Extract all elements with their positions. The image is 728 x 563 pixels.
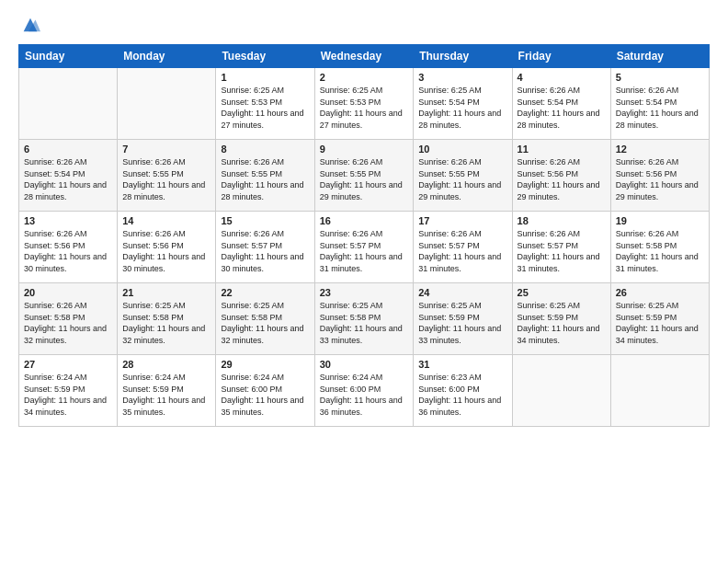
cell-info: Sunrise: 6:24 AMSunset: 5:59 PMDaylight:… <box>122 373 205 417</box>
calendar-cell: 12 Sunrise: 6:26 AMSunset: 5:56 PMDaylig… <box>610 140 709 212</box>
cell-info: Sunrise: 6:26 AMSunset: 5:56 PMDaylight:… <box>122 229 205 273</box>
weekday-header: Thursday <box>414 45 512 68</box>
calendar-cell: 10 Sunrise: 6:26 AMSunset: 5:55 PMDaylig… <box>414 140 512 212</box>
day-number: 28 <box>122 359 210 370</box>
calendar-cell: 11 Sunrise: 6:26 AMSunset: 5:56 PMDaylig… <box>512 140 610 212</box>
cell-info: Sunrise: 6:26 AMSunset: 5:55 PMDaylight:… <box>320 157 403 201</box>
day-number: 9 <box>320 144 409 155</box>
cell-info: Sunrise: 6:26 AMSunset: 5:58 PMDaylight:… <box>24 301 107 345</box>
cell-info: Sunrise: 6:26 AMSunset: 5:55 PMDaylight:… <box>221 157 303 201</box>
cell-info: Sunrise: 6:26 AMSunset: 5:54 PMDaylight:… <box>616 86 699 130</box>
day-number: 15 <box>221 215 309 226</box>
cell-info: Sunrise: 6:26 AMSunset: 5:56 PMDaylight:… <box>24 229 107 273</box>
day-number: 3 <box>418 72 506 83</box>
weekday-header: Friday <box>512 45 610 68</box>
calendar-header-row: SundayMondayTuesdayWednesdayThursdayFrid… <box>19 45 710 68</box>
calendar-cell: 25 Sunrise: 6:25 AMSunset: 5:59 PMDaylig… <box>512 283 610 355</box>
calendar-cell: 9 Sunrise: 6:26 AMSunset: 5:55 PMDayligh… <box>314 140 414 212</box>
cell-info: Sunrise: 6:26 AMSunset: 5:56 PMDaylight:… <box>616 157 699 201</box>
cell-info: Sunrise: 6:26 AMSunset: 5:54 PMDaylight:… <box>518 86 600 130</box>
logo-icon <box>20 15 40 35</box>
day-number: 29 <box>221 359 309 370</box>
day-number: 14 <box>122 215 210 226</box>
cell-info: Sunrise: 6:25 AMSunset: 5:53 PMDaylight:… <box>320 86 403 130</box>
calendar-cell: 4 Sunrise: 6:26 AMSunset: 5:54 PMDayligh… <box>512 68 610 140</box>
calendar-week-row: 20 Sunrise: 6:26 AMSunset: 5:58 PMDaylig… <box>19 283 710 355</box>
cell-info: Sunrise: 6:26 AMSunset: 5:55 PMDaylight:… <box>418 157 501 201</box>
cell-info: Sunrise: 6:25 AMSunset: 5:58 PMDaylight:… <box>221 301 303 345</box>
calendar-cell: 30 Sunrise: 6:24 AMSunset: 6:00 PMDaylig… <box>314 355 414 427</box>
day-number: 18 <box>518 215 606 226</box>
cell-info: Sunrise: 6:26 AMSunset: 5:57 PMDaylight:… <box>418 229 501 273</box>
day-number: 7 <box>122 144 210 155</box>
cell-info: Sunrise: 6:25 AMSunset: 5:59 PMDaylight:… <box>418 301 501 345</box>
day-number: 1 <box>221 72 309 83</box>
calendar-table: SundayMondayTuesdayWednesdayThursdayFrid… <box>18 44 710 427</box>
calendar-cell: 24 Sunrise: 6:25 AMSunset: 5:59 PMDaylig… <box>414 283 512 355</box>
calendar-cell: 31 Sunrise: 6:23 AMSunset: 6:00 PMDaylig… <box>414 355 512 427</box>
day-number: 24 <box>418 287 506 298</box>
calendar-cell: 8 Sunrise: 6:26 AMSunset: 5:55 PMDayligh… <box>216 140 314 212</box>
calendar-cell <box>19 68 118 140</box>
calendar-week-row: 27 Sunrise: 6:24 AMSunset: 5:59 PMDaylig… <box>19 355 710 427</box>
day-number: 6 <box>24 144 112 155</box>
day-number: 10 <box>418 144 506 155</box>
day-number: 20 <box>24 287 112 298</box>
weekday-header: Saturday <box>610 45 709 68</box>
calendar-cell: 19 Sunrise: 6:26 AMSunset: 5:58 PMDaylig… <box>610 212 709 283</box>
calendar-cell: 14 Sunrise: 6:26 AMSunset: 5:56 PMDaylig… <box>118 212 216 283</box>
calendar-cell: 17 Sunrise: 6:26 AMSunset: 5:57 PMDaylig… <box>414 212 512 283</box>
calendar-cell: 20 Sunrise: 6:26 AMSunset: 5:58 PMDaylig… <box>19 283 118 355</box>
day-number: 11 <box>518 144 606 155</box>
cell-info: Sunrise: 6:26 AMSunset: 5:57 PMDaylight:… <box>221 229 303 273</box>
cell-info: Sunrise: 6:25 AMSunset: 5:58 PMDaylight:… <box>122 301 205 345</box>
calendar-cell: 22 Sunrise: 6:25 AMSunset: 5:58 PMDaylig… <box>216 283 314 355</box>
day-number: 4 <box>518 72 606 83</box>
cell-info: Sunrise: 6:26 AMSunset: 5:56 PMDaylight:… <box>518 157 600 201</box>
cell-info: Sunrise: 6:26 AMSunset: 5:54 PMDaylight:… <box>24 157 107 201</box>
weekday-header: Monday <box>118 45 216 68</box>
calendar-cell: 26 Sunrise: 6:25 AMSunset: 5:59 PMDaylig… <box>610 283 709 355</box>
cell-info: Sunrise: 6:25 AMSunset: 5:53 PMDaylight:… <box>221 86 303 130</box>
calendar-cell: 6 Sunrise: 6:26 AMSunset: 5:54 PMDayligh… <box>19 140 118 212</box>
page-header <box>18 15 710 35</box>
cell-info: Sunrise: 6:24 AMSunset: 6:00 PMDaylight:… <box>320 373 403 417</box>
day-number: 22 <box>221 287 309 298</box>
calendar-cell: 15 Sunrise: 6:26 AMSunset: 5:57 PMDaylig… <box>216 212 314 283</box>
calendar-cell: 13 Sunrise: 6:26 AMSunset: 5:56 PMDaylig… <box>19 212 118 283</box>
calendar-cell <box>118 68 216 140</box>
day-number: 2 <box>320 72 409 83</box>
cell-info: Sunrise: 6:24 AMSunset: 5:59 PMDaylight:… <box>24 373 107 417</box>
day-number: 8 <box>221 144 309 155</box>
calendar-cell: 3 Sunrise: 6:25 AMSunset: 5:54 PMDayligh… <box>414 68 512 140</box>
day-number: 5 <box>616 72 704 83</box>
weekday-header: Wednesday <box>314 45 414 68</box>
day-number: 23 <box>320 287 409 298</box>
calendar-cell: 2 Sunrise: 6:25 AMSunset: 5:53 PMDayligh… <box>314 68 414 140</box>
day-number: 25 <box>518 287 606 298</box>
calendar-cell: 16 Sunrise: 6:26 AMSunset: 5:57 PMDaylig… <box>314 212 414 283</box>
day-number: 12 <box>616 144 704 155</box>
calendar-week-row: 1 Sunrise: 6:25 AMSunset: 5:53 PMDayligh… <box>19 68 710 140</box>
calendar-cell: 23 Sunrise: 6:25 AMSunset: 5:58 PMDaylig… <box>314 283 414 355</box>
calendar-cell: 18 Sunrise: 6:26 AMSunset: 5:57 PMDaylig… <box>512 212 610 283</box>
weekday-header: Sunday <box>19 45 118 68</box>
day-number: 27 <box>24 359 112 370</box>
calendar-cell <box>610 355 709 427</box>
cell-info: Sunrise: 6:24 AMSunset: 6:00 PMDaylight:… <box>221 373 303 417</box>
day-number: 30 <box>320 359 409 370</box>
calendar-cell: 29 Sunrise: 6:24 AMSunset: 6:00 PMDaylig… <box>216 355 314 427</box>
calendar-cell <box>512 355 610 427</box>
day-number: 13 <box>24 215 112 226</box>
calendar-cell: 21 Sunrise: 6:25 AMSunset: 5:58 PMDaylig… <box>118 283 216 355</box>
calendar-cell: 5 Sunrise: 6:26 AMSunset: 5:54 PMDayligh… <box>610 68 709 140</box>
logo <box>18 15 40 35</box>
calendar-cell: 28 Sunrise: 6:24 AMSunset: 5:59 PMDaylig… <box>118 355 216 427</box>
day-number: 31 <box>418 359 506 370</box>
weekday-header: Tuesday <box>216 45 314 68</box>
cell-info: Sunrise: 6:25 AMSunset: 5:59 PMDaylight:… <box>518 301 600 345</box>
cell-info: Sunrise: 6:26 AMSunset: 5:57 PMDaylight:… <box>320 229 403 273</box>
cell-info: Sunrise: 6:26 AMSunset: 5:58 PMDaylight:… <box>616 229 699 273</box>
cell-info: Sunrise: 6:26 AMSunset: 5:55 PMDaylight:… <box>122 157 205 201</box>
cell-info: Sunrise: 6:25 AMSunset: 5:59 PMDaylight:… <box>616 301 699 345</box>
